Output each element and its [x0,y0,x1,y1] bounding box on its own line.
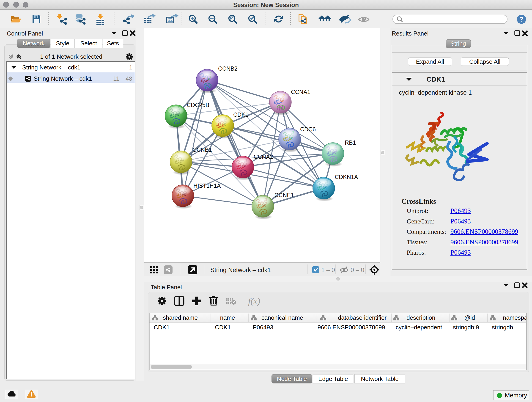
svg-text:1 of 1 Network selected: 1 of 1 Network selected [40,53,102,60]
svg-text:database identifier: database identifier [338,314,387,321]
svg-text:CDC25B: CDC25B [187,102,209,108]
svg-text:canonical name: canonical name [261,314,303,321]
svg-text:cyclin–dependent ...: cyclin–dependent ... [396,324,449,331]
svg-text:stringdb:9...: stringdb:9... [453,324,484,331]
svg-text:String Network – cdk1: String Network – cdk1 [210,267,271,274]
svg-text:@id: @id [464,314,475,321]
svg-text:CCNB1: CCNB1 [192,147,212,153]
svg-text:RB1: RB1 [345,139,356,146]
svg-text:11: 11 [113,75,119,82]
svg-text:stringdb: stringdb [492,324,513,331]
svg-text:CCNE1: CCNE1 [274,192,294,198]
svg-text:CDK1: CDK1 [233,111,249,118]
svg-text:CCNA2: CCNA2 [254,153,273,160]
svg-text:namespace: namespace [503,314,526,321]
svg-text:name: name [220,314,235,321]
svg-text:CDK1: CDK1 [215,324,231,331]
svg-text:HIST1H1A: HIST1H1A [193,182,221,189]
svg-text:0 – 0: 0 – 0 [351,267,364,274]
svg-text:CCNB2: CCNB2 [218,65,238,72]
svg-text:f(x): f(x) [248,296,260,306]
svg-text:48: 48 [126,75,132,82]
svg-text:9606.ENSP00000378699: 9606.ENSP00000378699 [317,324,385,331]
svg-text:1: 1 [129,64,133,71]
svg-text:Memory: Memory [505,392,527,399]
svg-text:description: description [406,314,435,321]
svg-text:1 – 0: 1 – 0 [321,267,335,274]
svg-text:CDC6: CDC6 [300,126,316,133]
svg-text:CDKN1A: CDKN1A [335,174,358,180]
svg-text:CCNA1: CCNA1 [291,89,310,95]
svg-text:?: ? [519,15,524,23]
svg-text:CDK1: CDK1 [154,324,170,331]
svg-text:String Network – cdk1: String Network – cdk1 [34,75,92,82]
svg-text:String Network – cdk1: String Network – cdk1 [22,64,80,71]
svg-text:P06493: P06493 [253,324,273,331]
svg-text:shared name: shared name [163,314,198,321]
